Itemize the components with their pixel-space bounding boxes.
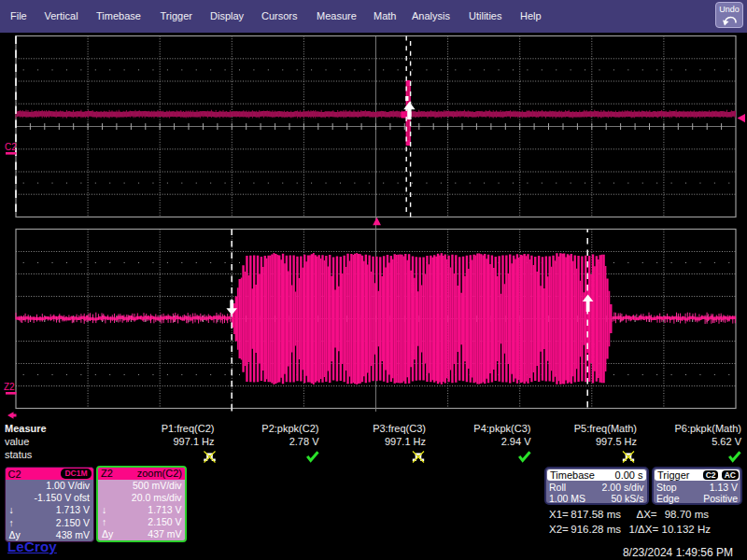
svg-text:C2: C2 [5, 142, 17, 152]
svg-text:Z2: Z2 [4, 382, 15, 392]
